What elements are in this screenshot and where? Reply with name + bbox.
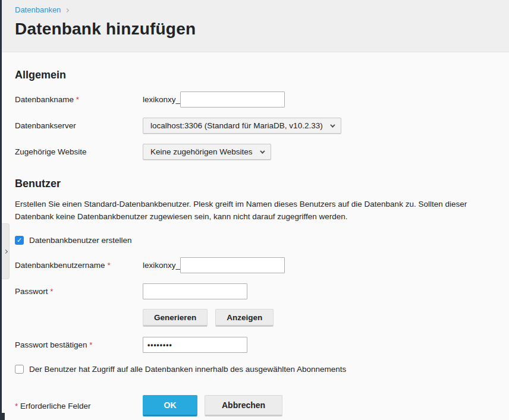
db-name-prefix: lexikonxy_: [143, 95, 180, 104]
form-row-password: Passwort *: [15, 283, 503, 299]
access-all-checkbox[interactable]: [15, 365, 24, 374]
form-row-password-confirm: Passwort bestätigen *: [15, 337, 503, 353]
create-user-checkbox-label: Datenbankbenutzer erstellen: [29, 236, 132, 245]
db-name-label: Datenbankname *: [15, 95, 143, 104]
access-all-checkbox-label: Der Benutzer hat Zugriff auf alle Datenb…: [29, 365, 346, 374]
db-server-select[interactable]: localhost:3306 (Standard für MariaDB, v1…: [143, 118, 341, 134]
cancel-button[interactable]: Abbrechen: [205, 395, 282, 416]
required-asterisk: *: [15, 402, 18, 410]
user-name-prefix: lexikonxy_: [143, 261, 180, 270]
page-header: Datenbanken Datenbank hinzufügen: [0, 0, 509, 52]
user-name-label-text: Datenbankbenutzername: [15, 261, 105, 270]
related-site-select[interactable]: Keine zugehörigen Websites: [143, 144, 271, 160]
password-control: [143, 283, 247, 299]
breadcrumb: Datenbanken: [15, 5, 497, 14]
related-site-selected-value: Keine zugehörigen Websites: [150, 147, 253, 156]
user-name-control: lexikonxy_: [143, 257, 285, 273]
password-confirm-label: Passwort bestätigen *: [15, 340, 143, 349]
create-user-checkbox-row[interactable]: ✓ Datenbankbenutzer erstellen: [15, 236, 503, 245]
db-name-label-text: Datenbankname: [15, 95, 74, 104]
db-name-input[interactable]: [180, 91, 285, 108]
form-row-user-name: Datenbankbenutzername * lexikonxy_: [15, 257, 503, 273]
chevron-down-icon: [330, 122, 335, 127]
access-all-checkbox-row[interactable]: Der Benutzer hat Zugriff auf alle Datenb…: [15, 365, 503, 374]
required-asterisk: *: [50, 287, 53, 296]
password-input[interactable]: [143, 283, 247, 299]
user-name-input[interactable]: [180, 257, 285, 273]
password-label: Passwort *: [15, 287, 143, 296]
form-footer: * Erforderliche Felder OK Abbrechen: [15, 395, 503, 416]
breadcrumb-link-datenbanken[interactable]: Datenbanken: [15, 5, 61, 14]
create-user-checkbox[interactable]: ✓: [15, 236, 24, 245]
form-row-related-site: Zugehörige Website Keine zugehörigen Web…: [15, 144, 503, 160]
db-server-selected-value: localhost:3306 (Standard für MariaDB, v1…: [150, 121, 323, 130]
db-server-label: Datenbankserver: [15, 121, 143, 130]
password-buttons-row: Generieren Anzeigen: [143, 309, 503, 327]
password-confirm-input[interactable]: [143, 337, 247, 353]
sidebar-expander[interactable]: [2, 223, 10, 279]
user-name-label: Datenbankbenutzername *: [15, 261, 143, 270]
db-name-control: lexikonxy_: [143, 91, 285, 108]
app-left-edge: [0, 0, 2, 420]
form-row-db-server: Datenbankserver localhost:3306 (Standard…: [15, 118, 503, 134]
section-heading-general: Allgemein: [15, 69, 503, 81]
required-asterisk: *: [89, 340, 92, 349]
form-content: Allgemein Datenbankname * lexikonxy_ Dat…: [0, 52, 509, 416]
chevron-down-icon: [260, 149, 265, 153]
password-label-text: Passwort: [15, 287, 48, 296]
ok-button[interactable]: OK: [143, 395, 197, 416]
chevron-right-icon: [3, 249, 7, 253]
chevron-right-icon: [65, 8, 69, 12]
required-fields-note: * Erforderliche Felder: [15, 402, 143, 410]
related-site-label: Zugehörige Website: [15, 147, 143, 156]
checkmark-icon: ✓: [17, 237, 22, 244]
show-password-button[interactable]: Anzeigen: [215, 309, 274, 327]
user-section-description: Erstellen Sie einen Standard-Datenbankbe…: [15, 198, 503, 223]
required-asterisk: *: [107, 261, 110, 270]
password-confirm-label-text: Passwort bestätigen: [15, 340, 87, 349]
password-confirm-control: [143, 337, 247, 353]
app-left-edge-footer: [0, 413, 5, 420]
generate-password-button[interactable]: Generieren: [143, 309, 208, 327]
page-title: Datenbank hinzufügen: [15, 20, 497, 39]
form-row-db-name: Datenbankname * lexikonxy_: [15, 91, 503, 108]
required-fields-note-text: Erforderliche Felder: [20, 402, 91, 410]
required-asterisk: *: [76, 95, 79, 104]
section-heading-user: Benutzer: [15, 178, 503, 190]
